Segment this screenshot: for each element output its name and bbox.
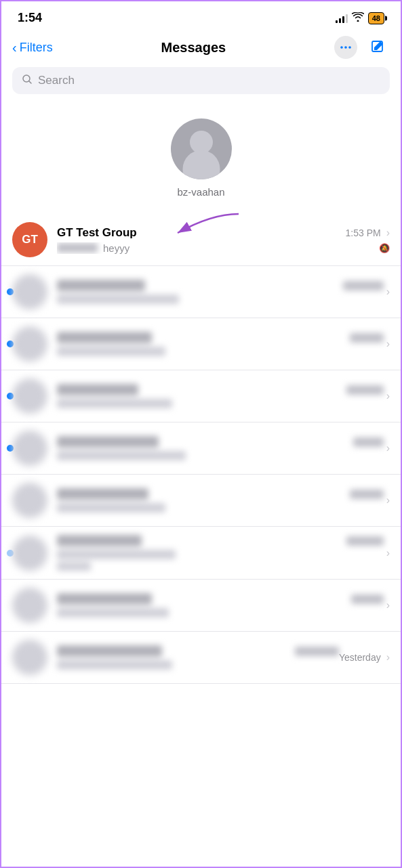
list-item[interactable]: › <box>1 580 401 632</box>
message-header <box>57 332 384 343</box>
list-item[interactable]: › <box>1 370 401 422</box>
profile-username: bz-vaahan <box>177 186 224 198</box>
chevron-right-icon: › <box>386 286 390 298</box>
status-icons: 48 <box>336 12 384 24</box>
avatar <box>12 431 47 466</box>
search-icon <box>22 74 33 87</box>
message-time: Yesterday › <box>339 651 390 664</box>
chevron-right-icon: › <box>386 547 390 559</box>
chevron-right-icon: › <box>386 442 390 454</box>
list-item[interactable]: › <box>1 266 401 318</box>
status-time: 1:54 <box>18 11 42 25</box>
page-title: Messages <box>161 40 226 56</box>
profile-section: bz-vaahan <box>1 105 401 214</box>
chevron-right-icon: › <box>386 390 390 402</box>
svg-point-2 <box>348 46 351 49</box>
message-content: GT Test Group 1:53 PM › heyyy 🔕 <box>57 226 390 254</box>
search-input[interactable]: Search <box>38 74 75 87</box>
more-button[interactable] <box>334 36 357 59</box>
message-content <box>57 280 384 304</box>
avatar <box>12 378 47 414</box>
message-header: GT Test Group 1:53 PM › <box>57 226 390 240</box>
chevron-right-icon: › <box>386 494 390 506</box>
svg-point-1 <box>344 46 347 49</box>
message-content <box>57 384 384 408</box>
compose-button[interactable] <box>367 36 390 59</box>
avatar <box>12 274 47 309</box>
message-header <box>57 488 384 500</box>
avatar-body <box>182 150 220 179</box>
message-header <box>57 436 384 448</box>
message-list: GT GT Test Group 1:53 PM › heyyy 🔕 <box>1 214 401 684</box>
avatar <box>12 640 47 675</box>
svg-point-0 <box>340 46 343 49</box>
message-content <box>57 535 384 571</box>
chevron-right-icon: › <box>386 651 390 664</box>
avatar <box>171 118 232 179</box>
search-bar[interactable]: Search <box>12 67 390 94</box>
nav-actions <box>334 36 390 59</box>
message-time: 1:53 PM › <box>346 227 390 239</box>
time-label: Yesterday <box>339 652 381 663</box>
preview-sender-blur <box>57 243 98 253</box>
list-item[interactable]: › <box>1 527 401 580</box>
avatar <box>12 483 47 518</box>
message-preview: heyyy 🔕 <box>57 242 390 254</box>
message-header <box>57 280 384 291</box>
back-label: Filters <box>20 41 53 55</box>
list-item[interactable]: GT GT Test Group 1:53 PM › heyyy 🔕 <box>1 214 401 266</box>
message-header <box>57 535 384 546</box>
message-content <box>57 332 384 356</box>
chevron-left-icon: ‹ <box>12 40 17 56</box>
status-bar: 1:54 48 <box>1 1 401 30</box>
message-header <box>57 645 339 657</box>
list-item[interactable]: Yesterday › <box>1 632 401 684</box>
list-item[interactable]: › <box>1 475 401 527</box>
chevron-right-icon: › <box>386 599 390 611</box>
message-content <box>57 645 339 670</box>
wifi-icon <box>352 12 364 24</box>
message-header <box>57 384 384 395</box>
signal-icon <box>336 14 348 23</box>
chevron-right-icon: › <box>386 338 390 350</box>
message-content <box>57 593 384 617</box>
list-item[interactable]: › <box>1 318 401 370</box>
message-content <box>57 436 384 460</box>
avatar: GT <box>12 222 47 257</box>
avatar <box>12 588 47 623</box>
message-content <box>57 488 384 513</box>
chevron-right-icon: › <box>386 227 390 239</box>
back-button[interactable]: ‹ Filters <box>12 40 53 56</box>
nav-bar: ‹ Filters Messages <box>1 30 401 67</box>
sender-name: GT Test Group <box>57 226 137 240</box>
battery-icon: 48 <box>368 12 384 24</box>
avatar <box>12 326 47 362</box>
message-header <box>57 593 384 605</box>
mute-icon: 🔕 <box>379 243 390 253</box>
list-item[interactable]: › <box>1 422 401 475</box>
avatar <box>12 536 47 571</box>
